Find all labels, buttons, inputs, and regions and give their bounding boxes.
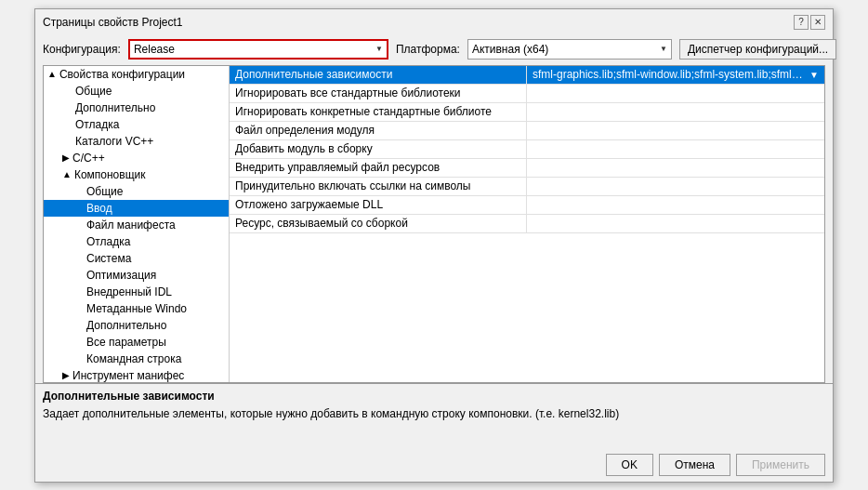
platform-dropdown[interactable]: Активная (x64) ▼ (467, 39, 672, 60)
toolbar-row: Конфигурация: Release ▼ Платформа: Актив… (35, 33, 833, 65)
prop-row[interactable]: Файл определения модуля (230, 122, 824, 140)
sidebar-item[interactable]: Общие (44, 83, 229, 99)
prop-value-dropdown-arrow[interactable]: ▼ (809, 70, 819, 80)
sidebar-item-label: Метаданные Windo (86, 302, 187, 315)
sidebar-item[interactable]: Командная строка (44, 351, 229, 367)
prop-row[interactable]: Добавить модуль в сборку (230, 140, 824, 159)
prop-row[interactable]: Отложено загружаемые DLL (230, 196, 824, 215)
properties-grid: Дополнительные зависимостиsfml-graphics.… (230, 66, 824, 382)
sidebar-item[interactable]: ▲Компоновщик (44, 166, 229, 183)
prop-value (527, 178, 824, 195)
prop-row[interactable]: Игнорировать все стандартные библиотеки (230, 85, 824, 103)
footer: OK Отмена Применить (35, 448, 833, 482)
description-title: Дополнительные зависимости (43, 390, 825, 403)
sidebar-item[interactable]: Отладка (44, 233, 229, 250)
properties-panel: Дополнительные зависимостиsfml-graphics.… (230, 66, 824, 382)
sidebar-item[interactable]: Метаданные Windo (44, 300, 229, 317)
close-button[interactable]: ✕ (810, 15, 825, 30)
sidebar-item[interactable]: ▲Свойства конфигурации (44, 66, 229, 83)
platform-label: Платформа: (396, 43, 460, 56)
prop-value (527, 140, 824, 158)
expand-icon: ▶ (62, 152, 70, 163)
sidebar-item-label: Система (86, 252, 131, 265)
title-bar-controls: ? ✕ (794, 15, 825, 30)
sidebar-item[interactable]: Все параметры (44, 334, 229, 351)
prop-row[interactable]: Принудительно включать ссылки на символы (230, 178, 824, 196)
prop-value (527, 196, 824, 214)
expand-icon: ▶ (62, 370, 70, 380)
config-manager-button[interactable]: Диспетчер конфигураций... (679, 39, 836, 60)
sidebar-item[interactable]: Отладка (44, 116, 229, 133)
cancel-button[interactable]: Отмена (659, 454, 730, 476)
prop-row[interactable]: Ресурс, связываемый со сборкой (230, 215, 824, 233)
prop-name: Принудительно включать ссылки на символы (230, 178, 527, 195)
prop-row[interactable]: Внедрить управляемый файл ресурсов (230, 159, 824, 178)
main-content: ▲Свойства конфигурацииОбщиеДополнительно… (43, 65, 825, 383)
sidebar-item[interactable]: Дополнительно (44, 317, 229, 334)
config-dropdown[interactable]: Release ▼ (128, 39, 388, 60)
config-label: Конфигурация: (43, 43, 121, 56)
dialog-title: Страницы свойств Project1 (43, 16, 183, 29)
prop-name: Файл определения модуля (230, 122, 527, 139)
sidebar-item[interactable]: Каталоги VC++ (44, 133, 229, 150)
sidebar-item-label: Оптимизация (86, 269, 156, 282)
prop-value-text: sfml-graphics.lib;sfml-window.lib;sfml-s… (533, 68, 806, 81)
expand-icon: ▲ (47, 69, 57, 79)
expand-icon: ▲ (62, 169, 72, 179)
help-button[interactable]: ? (794, 15, 809, 30)
prop-name: Отложено загружаемые DLL (230, 196, 527, 214)
config-dropdown-arrow: ▼ (375, 45, 383, 53)
platform-dropdown-value: Активная (x64) (472, 43, 656, 56)
title-bar: Страницы свойств Project1 ? ✕ (35, 9, 833, 33)
prop-name: Внедрить управляемый файл ресурсов (230, 159, 527, 177)
prop-value (527, 159, 824, 177)
sidebar-item[interactable]: Ввод (44, 200, 229, 217)
sidebar-item-label: Дополнительно (86, 319, 166, 332)
sidebar-item[interactable]: Файл манифеста (44, 217, 229, 233)
prop-row[interactable]: Дополнительные зависимостиsfml-graphics.… (230, 66, 824, 85)
sidebar-item-label: Общие (86, 185, 123, 198)
sidebar-item[interactable]: Общие (44, 183, 229, 200)
prop-name: Игнорировать конкретные стандартные библ… (230, 103, 527, 121)
prop-value (527, 103, 824, 121)
prop-value (527, 85, 824, 102)
sidebar-item-label: Ввод (86, 202, 112, 215)
prop-name: Ресурс, связываемый со сборкой (230, 215, 527, 232)
sidebar-item[interactable]: Дополнительно (44, 99, 229, 116)
description-text: Задает дополнительные элементы, которые … (43, 406, 825, 422)
sidebar-item-label: Дополнительно (75, 101, 155, 114)
description-panel: Дополнительные зависимости Задает дополн… (35, 383, 833, 448)
sidebar-item[interactable]: ▶C/C++ (44, 150, 229, 166)
sidebar-item-label: Отладка (75, 118, 119, 131)
sidebar-item-label: Общие (75, 85, 112, 98)
sidebar-item-label: Файл манифеста (86, 219, 176, 232)
sidebar-item[interactable]: ▶Инструмент манифес (44, 367, 229, 382)
sidebar-item[interactable]: Система (44, 250, 229, 267)
sidebar-tree: ▲Свойства конфигурацииОбщиеДополнительно… (44, 66, 230, 382)
platform-dropdown-arrow: ▼ (660, 45, 667, 53)
apply-button[interactable]: Применить (736, 454, 825, 476)
property-pages-dialog: Страницы свойств Project1 ? ✕ Конфигурац… (34, 8, 834, 483)
sidebar-item-label: Отладка (86, 235, 130, 248)
sidebar-item-label: Компоновщик (74, 168, 146, 181)
prop-row[interactable]: Игнорировать конкретные стандартные библ… (230, 103, 824, 122)
ok-button[interactable]: OK (606, 454, 653, 476)
prop-name: Добавить модуль в сборку (230, 140, 527, 158)
sidebar-item-label: Командная строка (86, 352, 181, 365)
prop-value (527, 122, 824, 139)
sidebar-item-label: C/C++ (72, 152, 105, 165)
sidebar-item-label: Каталоги VC++ (75, 135, 153, 148)
sidebar-item-label: Свойства конфигурации (59, 68, 185, 81)
sidebar-item[interactable]: Внедренный IDL (44, 284, 229, 300)
sidebar-item-label: Инструмент манифес (72, 369, 184, 382)
prop-name: Игнорировать все стандартные библиотеки (230, 85, 527, 102)
config-dropdown-value: Release (134, 43, 372, 56)
sidebar-item-label: Все параметры (86, 336, 166, 349)
sidebar-item[interactable]: Оптимизация (44, 267, 229, 284)
prop-name: Дополнительные зависимости (230, 66, 527, 84)
sidebar-item-label: Внедренный IDL (86, 285, 172, 298)
prop-value: sfml-graphics.lib;sfml-window.lib;sfml-s… (527, 66, 824, 84)
prop-value (527, 215, 824, 232)
